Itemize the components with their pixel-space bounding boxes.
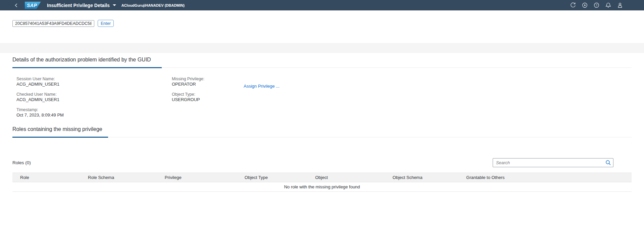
selected-tab-indicator [12, 67, 162, 68]
roles-table-toolbar: Roles (0) [12, 137, 632, 173]
refresh-icon[interactable] [570, 2, 576, 8]
shell-actions: ? [570, 2, 623, 8]
field-value: ACG_ADMIN_USER1 [16, 82, 172, 87]
field-value: USERGROUP [172, 97, 244, 102]
assign-privilege-link[interactable]: Assign Privilege ... [244, 84, 280, 89]
field-label: Timestamp: [16, 107, 172, 112]
field-label: Session User Name: [16, 76, 172, 82]
tab-roles-containing-missing-privilege[interactable]: Roles containing the missing privilege [12, 123, 102, 137]
sap-logo: SAP [25, 2, 41, 9]
column-header-grantable-to-others[interactable]: Grantable to Others [466, 173, 632, 182]
shell-bar: SAP Insufficient Privilege Details AClou… [0, 0, 644, 10]
search-input[interactable] [493, 158, 613, 167]
empty-message: No role with the missing privilege found [12, 182, 632, 192]
column-header-role[interactable]: Role [12, 173, 88, 182]
guid-input[interactable] [12, 20, 94, 27]
app-title-menu[interactable]: Insufficient Privilege Details [47, 3, 116, 8]
field-timestamp: Timestamp: Oct 7, 2023, 8:09:49 PM [16, 107, 172, 118]
search-icon[interactable] [605, 160, 611, 166]
table-empty-row: No role with the missing privilege found [12, 182, 632, 192]
field-value: Oct 7, 2023, 8:09:49 PM [16, 112, 172, 118]
field-session-user-name: Session User Name: ACG_ADMIN_USER1 [16, 76, 172, 87]
field-value: OPERATOR [172, 82, 244, 87]
notifications-bell-icon[interactable] [605, 2, 611, 8]
system-label: ACloudGurujiHANADEV (DBADMIN) [121, 3, 185, 7]
details-form: Session User Name: ACG_ADMIN_USER1 Check… [12, 68, 632, 123]
table-header-row: Role Role Schema Privilege Object Type O… [12, 173, 632, 182]
roles-search [493, 158, 613, 167]
column-header-object-type[interactable]: Object Type [245, 173, 315, 182]
roles-count-title: Roles (0) [12, 160, 31, 165]
activity-icon[interactable] [582, 2, 588, 8]
field-label: Object Type: [172, 92, 244, 97]
column-header-role-schema[interactable]: Role Schema [88, 173, 165, 182]
chevron-down-icon [113, 4, 116, 6]
field-label: Missing Privilege: [172, 76, 244, 82]
guid-header-area: Enter [0, 10, 644, 43]
svg-text:?: ? [596, 3, 597, 7]
tab-details-of-authorization-problem[interactable]: Details of the authorization problem ide… [12, 53, 151, 68]
user-profile-icon[interactable] [617, 2, 623, 8]
header-divider-band [0, 43, 644, 53]
field-object-type: Object Type: USERGROUP [172, 92, 244, 102]
help-icon[interactable]: ? [593, 2, 600, 8]
page-title: Insufficient Privilege Details [47, 3, 110, 8]
field-value: ACG_ADMIN_USER1 [16, 97, 172, 102]
column-header-object-schema[interactable]: Object Schema [393, 173, 466, 182]
column-header-object[interactable]: Object [315, 173, 393, 182]
field-label: Checked User Name: [16, 92, 172, 97]
column-header-privilege[interactable]: Privilege [165, 173, 245, 182]
field-checked-user-name: Checked User Name: ACG_ADMIN_USER1 [16, 92, 172, 102]
roles-section-tabbar: Roles containing the missing privilege [12, 123, 632, 137]
enter-button[interactable]: Enter [98, 20, 114, 27]
main-content: Details of the authorization problem ide… [0, 53, 644, 192]
selected-tab-indicator [12, 137, 108, 138]
back-button[interactable] [13, 2, 19, 8]
field-missing-privilege: Missing Privilege: OPERATOR [172, 76, 244, 87]
details-section-tabbar: Details of the authorization problem ide… [12, 53, 632, 68]
chevron-left-icon [14, 3, 19, 8]
roles-table: Role Role Schema Privilege Object Type O… [12, 173, 632, 192]
sap-logo-text: SAP [27, 3, 37, 8]
